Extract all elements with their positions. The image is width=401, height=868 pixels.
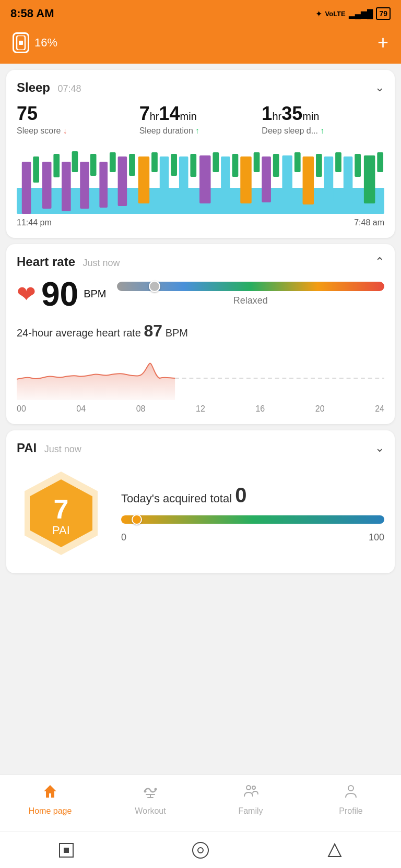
svg-rect-21 bbox=[199, 155, 211, 203]
svg-rect-3 bbox=[22, 162, 31, 214]
sleep-chart bbox=[17, 146, 384, 214]
hr-time-24: 24 bbox=[375, 404, 384, 414]
sleep-chevron-down[interactable]: ⌄ bbox=[375, 81, 384, 94]
main-content: Sleep 07:48 ⌄ 75 Sleep score ↓ 7hr14min … bbox=[0, 64, 401, 774]
heart-rate-title-group: Heart rate Just now bbox=[17, 255, 120, 269]
hr-time-08: 08 bbox=[136, 404, 146, 414]
svg-rect-33 bbox=[324, 156, 334, 202]
sleep-title: Sleep bbox=[17, 80, 50, 94]
android-home-button[interactable] bbox=[192, 842, 209, 859]
android-back-button[interactable] bbox=[59, 843, 74, 858]
bottom-nav: Home page Workout Family bbox=[0, 774, 401, 831]
svg-rect-37 bbox=[364, 155, 375, 203]
status-bar: 8:58 AM ✦ VoLTE ▂▄▆█ 79 bbox=[0, 0, 401, 27]
sleep-duration-value: 7hr14min bbox=[139, 103, 262, 124]
svg-rect-28 bbox=[273, 154, 279, 177]
sleep-score-value: 75 bbox=[17, 103, 139, 124]
app-header: 16% + bbox=[0, 27, 401, 64]
zone-bar bbox=[117, 282, 384, 291]
nav-label-home: Home page bbox=[29, 806, 72, 816]
svg-rect-12 bbox=[110, 152, 116, 172]
sleep-card[interactable]: Sleep 07:48 ⌄ 75 Sleep score ↓ 7hr14min … bbox=[6, 70, 395, 238]
pai-acquired-value: 0 bbox=[235, 484, 246, 507]
battery-percent: 16% bbox=[34, 36, 57, 50]
pai-range-min: 0 bbox=[121, 532, 126, 543]
nav-item-home[interactable]: Home page bbox=[0, 780, 100, 831]
sleep-score-label: Sleep score ↓ bbox=[17, 126, 139, 136]
pai-hexagon: 7 PAI bbox=[17, 469, 105, 558]
svg-rect-17 bbox=[160, 156, 169, 202]
hr-time-04: 04 bbox=[76, 404, 86, 414]
add-button[interactable]: + bbox=[378, 33, 388, 52]
svg-rect-16 bbox=[151, 152, 158, 172]
pai-content: 7 PAI Today's acquired total 0 0 100 bbox=[17, 464, 384, 563]
sleep-card-header: Sleep 07:48 ⌄ bbox=[17, 80, 384, 95]
svg-rect-26 bbox=[254, 152, 260, 172]
svg-rect-20 bbox=[190, 154, 196, 177]
nav-item-profile[interactable]: Profile bbox=[301, 780, 401, 831]
svg-rect-7 bbox=[62, 162, 71, 211]
family-icon bbox=[242, 783, 259, 803]
pai-chevron-down[interactable]: ⌄ bbox=[375, 441, 384, 455]
pai-progress-dot bbox=[132, 514, 142, 525]
sleep-deep-up-arrow: ↑ bbox=[320, 126, 324, 136]
pai-title: PAI bbox=[17, 441, 37, 455]
bpm-value: 90 bbox=[41, 278, 78, 311]
svg-rect-4 bbox=[33, 156, 39, 183]
home-icon bbox=[42, 783, 58, 803]
svg-rect-36 bbox=[355, 154, 361, 177]
sleep-start-time: 11:44 pm bbox=[17, 218, 52, 227]
pai-acquired: Today's acquired total 0 bbox=[121, 484, 384, 507]
android-recent-button[interactable] bbox=[327, 843, 342, 858]
svg-rect-15 bbox=[138, 156, 150, 203]
volte-icon: VoLTE bbox=[325, 10, 346, 18]
nav-label-workout: Workout bbox=[135, 806, 166, 816]
pai-info: Today's acquired total 0 0 100 bbox=[121, 484, 384, 543]
hr-chart-container bbox=[17, 348, 384, 400]
nav-item-family[interactable]: Family bbox=[200, 780, 301, 831]
nav-item-workout[interactable]: Workout bbox=[100, 780, 200, 831]
zone-label: Relaxed bbox=[233, 295, 268, 306]
pai-header: PAI Just now ⌄ bbox=[17, 441, 384, 455]
battery-indicator: 79 bbox=[376, 7, 391, 20]
sleep-stats: 75 Sleep score ↓ 7hr14min Sleep duration… bbox=[17, 103, 384, 136]
sleep-end-time: 7:48 am bbox=[354, 218, 384, 227]
heart-rate-header: Heart rate Just now ⌃ bbox=[17, 255, 384, 269]
heart-rate-main: ❤ 90 BPM Relaxed bbox=[17, 278, 384, 311]
svg-rect-29 bbox=[282, 155, 292, 202]
svg-text:PAI: PAI bbox=[52, 524, 70, 537]
svg-rect-25 bbox=[240, 156, 252, 203]
svg-point-48 bbox=[348, 786, 353, 791]
pai-title-group: PAI Just now bbox=[17, 441, 81, 455]
workout-icon bbox=[142, 783, 159, 803]
svg-rect-11 bbox=[99, 162, 108, 208]
hr-time-20: 20 bbox=[315, 404, 325, 414]
pai-card[interactable]: PAI Just now ⌄ 7 PAI Today' bbox=[6, 430, 395, 573]
hr-time-12: 12 bbox=[196, 404, 205, 414]
svg-text:7: 7 bbox=[54, 494, 69, 524]
status-icons: ✦ VoLTE ▂▄▆█ 79 bbox=[315, 7, 391, 20]
svg-rect-1 bbox=[19, 41, 23, 45]
avg-hr-value: 87 bbox=[144, 321, 163, 340]
sleep-deep-value: 1hr35min bbox=[262, 103, 384, 124]
pai-progress-bar bbox=[121, 515, 384, 524]
svg-point-44 bbox=[155, 788, 157, 791]
hr-time-labels: 00 04 08 12 16 20 24 bbox=[17, 404, 384, 414]
svg-rect-30 bbox=[294, 152, 301, 172]
svg-rect-24 bbox=[232, 154, 239, 177]
heart-rate-card[interactable]: Heart rate Just now ⌃ ❤ 90 BPM Relaxed 2… bbox=[6, 244, 395, 424]
sleep-title-group: Sleep 07:48 bbox=[17, 80, 81, 95]
avg-hr-section: 24-hour average heart rate 87 BPM bbox=[17, 321, 384, 341]
svg-rect-9 bbox=[80, 162, 89, 209]
heart-display: ❤ 90 BPM bbox=[17, 278, 107, 311]
heart-rate-chevron-up[interactable]: ⌃ bbox=[375, 255, 384, 269]
svg-rect-31 bbox=[303, 156, 314, 204]
sleep-deep-stat: 1hr35min Deep sleep d... ↑ bbox=[262, 103, 384, 136]
svg-marker-49 bbox=[328, 844, 341, 857]
svg-rect-18 bbox=[171, 154, 177, 176]
status-time: 8:58 AM bbox=[10, 7, 54, 20]
svg-rect-32 bbox=[316, 154, 322, 177]
sleep-deep-label: Deep sleep d... ↑ bbox=[262, 126, 384, 136]
heart-zone: Relaxed bbox=[117, 282, 384, 306]
hr-chart-svg bbox=[17, 348, 384, 400]
